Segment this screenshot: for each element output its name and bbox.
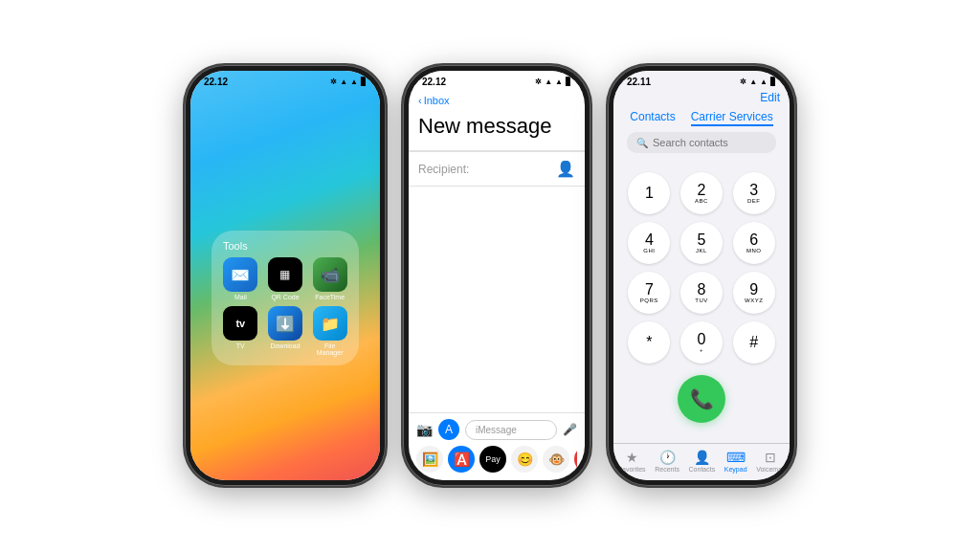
key-star-num: * <box>646 335 652 350</box>
tab-bar: ★ Favorites 🕐 Recents 👤 Contacts ⌨ Keypa… <box>613 443 790 480</box>
status-icons-3: ✲ ▲ ▲ ▊ <box>740 77 776 86</box>
recipient-field[interactable]: Recipient: 👤 <box>409 151 585 187</box>
app-label-tv: TV <box>236 342 245 349</box>
call-button[interactable]: 📞 <box>678 375 725 423</box>
search-input[interactable] <box>653 137 785 148</box>
signal-icon: ▲ <box>340 77 347 86</box>
keypad-area: 1 2 ABC 3 DEF 4 GHI <box>613 163 790 443</box>
tab-voicemail[interactable]: ⊡ Voicemail <box>756 450 785 473</box>
key-3-num: 3 <box>749 183 758 198</box>
app-facetime[interactable]: 📹 FaceTime <box>310 257 349 300</box>
messages-screen: 22.12 ✲ ▲ ▲ ▊ ‹ Inbox New message Recipi… <box>409 71 585 480</box>
applepay-app[interactable]: Pay <box>479 446 506 473</box>
key-4-num: 4 <box>645 232 654 248</box>
key-3-letters: DEF <box>747 198 761 204</box>
status-time-1: 22.12 <box>204 77 228 87</box>
app-icon-download: ⬇️ <box>268 306 302 341</box>
tab-keypad[interactable]: ⌨ Keypad <box>724 450 747 473</box>
emoji1-app[interactable]: 😊 <box>511 446 538 473</box>
app-label-files: File Manager <box>310 342 349 356</box>
message-header: ‹ Inbox New message <box>409 89 585 151</box>
audio-icon[interactable]: 🎤 <box>563 423 577 436</box>
photos-app[interactable]: 🖼️ <box>416 446 443 473</box>
bluetooth-icon-3: ✲ <box>740 77 746 86</box>
app-download[interactable]: ⬇️ Download <box>266 306 305 356</box>
keypad-grid: 1 2 ABC 3 DEF 4 GHI <box>613 172 790 364</box>
key-0[interactable]: 0 + <box>680 321 723 364</box>
key-4[interactable]: 4 GHI <box>628 222 670 264</box>
key-8-letters: TUV <box>695 298 708 303</box>
folder-title: Tools <box>221 240 349 252</box>
tab-favorites[interactable]: ★ Favorites <box>618 450 646 473</box>
contacts-icon: 👤 <box>694 450 710 465</box>
tab-recents[interactable]: 🕐 Recents <box>655 450 679 473</box>
tools-folder[interactable]: Tools ✉️ Mail ▦ QR Code 📹 FaceTime <box>212 231 359 365</box>
wifi-icon: ▲ <box>350 77 358 86</box>
emoji3-app[interactable]: 😡 <box>574 446 577 473</box>
recipient-placeholder: Recipient: <box>418 163 469 176</box>
key-9-letters: WXYZ <box>745 298 763 303</box>
message-title: New message <box>418 108 575 146</box>
search-contacts-bar[interactable]: 🔍 🎤 <box>627 132 776 153</box>
app-label-download: Download <box>270 342 300 349</box>
tab-contacts[interactable]: Contacts <box>630 110 675 126</box>
back-button[interactable]: ‹ Inbox <box>418 95 575 106</box>
key-7[interactable]: 7 PQRS <box>628 272 670 314</box>
tab-contacts-bottom[interactable]: 👤 Contacts <box>689 450 716 473</box>
key-star[interactable]: * <box>628 321 670 364</box>
key-9-num: 9 <box>749 282 758 298</box>
voicemail-icon: ⊡ <box>765 450 776 465</box>
contacts-tabs: Contacts Carrier Services <box>623 106 780 132</box>
signal-icon-3: ▲ <box>749 77 757 86</box>
camera-icon[interactable]: 📷 <box>416 422 433 437</box>
tab-carrier-services[interactable]: Carrier Services <box>691 110 773 126</box>
status-time-3: 22.11 <box>627 77 651 87</box>
chevron-left-icon: ‹ <box>418 95 422 106</box>
wifi-icon-3: ▲ <box>760 77 768 86</box>
app-label-facetime: FaceTime <box>315 294 345 300</box>
phone-3: 22.11 ✲ ▲ ▲ ▊ Edit Contacts Carrier Serv… <box>608 65 795 486</box>
key-5[interactable]: 5 JKL <box>680 222 723 264</box>
keypad-icon: ⌨ <box>726 450 746 465</box>
key-hash[interactable]: # <box>733 321 775 364</box>
app-label-mail: Mail <box>234 294 247 300</box>
key-2[interactable]: 2 ABC <box>680 172 723 214</box>
app-icon-qr: ▦ <box>268 257 302 292</box>
key-2-letters: ABC <box>695 198 708 204</box>
app-icon-tv: tv <box>223 306 257 341</box>
app-store-icon[interactable]: A <box>438 419 459 440</box>
back-label: Inbox <box>424 95 450 106</box>
app-icon-facetime: 📹 <box>313 257 347 292</box>
key-4-letters: GHI <box>643 248 655 253</box>
recipient-icon: 👤 <box>556 160 575 178</box>
key-5-num: 5 <box>698 232 706 248</box>
bluetooth-icon-2: ✲ <box>535 77 542 86</box>
bluetooth-icon: ✲ <box>330 77 337 86</box>
appstore-app[interactable]: 🅰️ <box>448 446 475 473</box>
message-input[interactable]: iMessage <box>465 420 557 440</box>
key-6[interactable]: 6 MNO <box>733 222 775 264</box>
status-icons-2: ✲ ▲ ▲ ▊ <box>535 77 571 86</box>
app-files[interactable]: 📁 File Manager <box>310 306 349 356</box>
key-9[interactable]: 9 WXYZ <box>733 272 775 314</box>
app-icon-files: 📁 <box>313 306 347 341</box>
apps-row: 🖼️ 🅰️ Pay 😊 🐵 😡 <box>416 444 577 474</box>
status-bar-2: 22.12 ✲ ▲ ▲ ▊ <box>409 71 585 89</box>
wifi-icon-2: ▲ <box>555 77 563 86</box>
edit-button[interactable]: Edit <box>760 91 780 104</box>
app-qr[interactable]: ▦ QR Code <box>266 257 305 300</box>
key-8-num: 8 <box>698 282 706 298</box>
contacts-header: Edit Contacts Carrier Services 🔍 🎤 <box>613 89 790 163</box>
emoji2-app[interactable]: 🐵 <box>543 446 569 473</box>
status-icons-1: ✲ ▲ ▲ ▊ <box>330 77 367 86</box>
key-8[interactable]: 8 TUV <box>680 272 723 314</box>
app-mail[interactable]: ✉️ Mail <box>221 257 260 300</box>
key-1[interactable]: 1 <box>628 172 670 214</box>
key-7-letters: PQRS <box>640 298 658 303</box>
key-0-num: 0 <box>698 332 706 347</box>
key-hash-num: # <box>749 335 758 350</box>
phone-2: 22.12 ✲ ▲ ▲ ▊ ‹ Inbox New message Recipi… <box>403 65 590 486</box>
app-tv[interactable]: tv TV <box>221 306 260 356</box>
message-body[interactable] <box>409 187 585 412</box>
key-3[interactable]: 3 DEF <box>733 172 775 214</box>
